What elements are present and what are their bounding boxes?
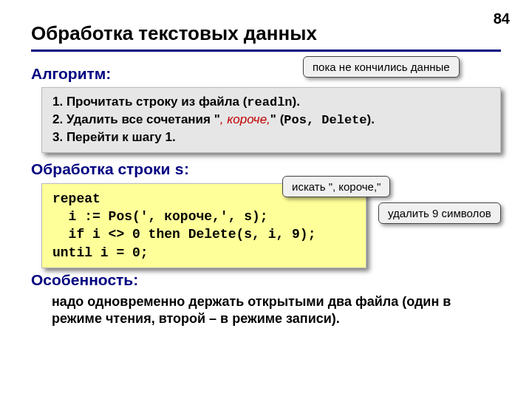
slide-title: Обработка текстовых данных (31, 22, 501, 45)
callout-until-end: пока не кончились данные (303, 56, 460, 78)
feature-text: надо одновременно держать открытыми два … (52, 293, 501, 328)
title-rule (31, 50, 501, 52)
algo-step-2: 2. Удалить все сочетания ", короче," (Po… (52, 112, 490, 129)
algo-step-3: 3. Перейти к шагу 1. (52, 129, 490, 146)
page-number: 84 (494, 10, 510, 27)
algo-step-1: 1. Прочитать строку из файла (readln). (52, 94, 490, 112)
algorithm-box: 1. Прочитать строку из файла (readln). 2… (41, 87, 501, 153)
callout-delete9: удалить 9 символов (378, 202, 501, 224)
heading-feature: Особенность: (31, 271, 501, 289)
heading-processing: Обработка строки s: (31, 160, 501, 179)
callout-search: искать ", короче," (282, 176, 390, 197)
